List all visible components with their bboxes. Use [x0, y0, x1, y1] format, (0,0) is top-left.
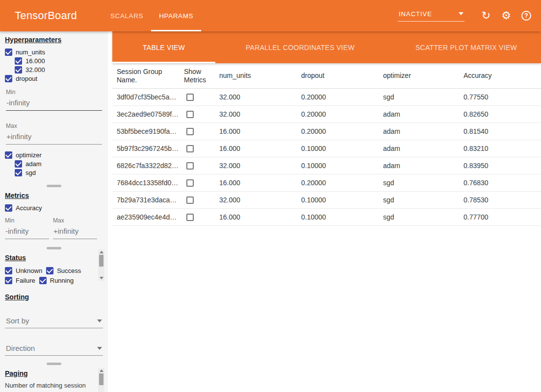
matching-groups-text: Number of matching session groups: 8: [5, 381, 96, 392]
top-toolbar: TensorBoard SCALARS HPARAMS INACTIVE ↻ ⚙…: [0, 0, 541, 31]
checkbox-icon: [5, 151, 12, 159]
paging-section: Paging Number of matching session groups…: [0, 365, 108, 392]
paging-scrollbar[interactable]: [98, 368, 104, 392]
app-title: TensorBoard: [15, 9, 77, 22]
filter-num-units[interactable]: num_units: [5, 48, 103, 56]
scrollbar-thumb[interactable]: [99, 255, 103, 267]
accuracy-value: 0.83950: [464, 162, 541, 170]
checkbox-icon: [15, 57, 22, 65]
hyperparameters-section: Hyperparameters num_units 16.000 32.000 …: [0, 31, 108, 187]
metrics-section: Metrics Accuracy Min Max: [0, 187, 108, 249]
accuracy-value: 0.77550: [464, 93, 541, 101]
show-metrics-checkbox[interactable]: [186, 128, 194, 135]
max-label: Max: [6, 122, 102, 129]
show-metrics-checkbox[interactable]: [186, 94, 194, 101]
checkbox-icon: [5, 204, 12, 212]
dropout-value: 0.20000: [301, 179, 383, 187]
status-scrollbar[interactable]: [98, 249, 104, 281]
metric-max-field: Max: [53, 217, 97, 239]
filter-num-units-32[interactable]: 32.000: [15, 65, 103, 74]
num-units-value: 32.000: [219, 196, 301, 204]
filter-status-unknown[interactable]: Unknown: [5, 266, 42, 275]
metric-min-input[interactable]: [5, 226, 49, 239]
table-row: ae235909ec4e4d… 16.000 0.10000 sgd 0.777…: [112, 209, 541, 226]
optimizer-value: adam: [383, 145, 464, 152]
hparams-main: TABLE VIEW PARALLEL COORDINATES VIEW SCA…: [112, 31, 541, 392]
status-filter-list: Unknown Success Failure Running: [5, 266, 93, 285]
sort-by-select[interactable]: Sort by: [5, 317, 103, 328]
min-label: Min: [5, 217, 49, 224]
dropout-value: 0.20000: [301, 110, 383, 118]
dropout-max-input[interactable]: [6, 132, 102, 145]
show-metrics-checkbox[interactable]: [186, 196, 194, 204]
view-tabs-bar: TABLE VIEW PARALLEL COORDINATES VIEW SCA…: [112, 31, 541, 63]
checkbox-icon: [5, 277, 12, 284]
table-row: 3df0d7cf35bec5a… 32.000 0.20000 sgd 0.77…: [112, 89, 541, 106]
toolbar-right-group: INACTIVE ↻ ⚙ ?: [398, 9, 541, 22]
scrollbar-thumb[interactable]: [99, 373, 103, 385]
tab-table-view[interactable]: TABLE VIEW: [112, 31, 215, 63]
dropout-min-input[interactable]: [6, 98, 102, 111]
optimizer-value: adam: [383, 127, 464, 135]
paging-heading: Paging: [5, 369, 103, 377]
accuracy-value: 0.82650: [464, 110, 541, 118]
optimizer-value: sgd: [383, 179, 464, 187]
filter-status-running[interactable]: Running: [39, 276, 74, 285]
scroll-up-icon[interactable]: [100, 369, 103, 372]
run-status-select[interactable]: INACTIVE: [398, 10, 464, 22]
num-units-value: 32.000: [219, 110, 301, 118]
filter-dropout[interactable]: dropout: [5, 74, 103, 83]
optimizer-value: sgd: [383, 196, 464, 204]
show-metrics-checkbox[interactable]: [186, 111, 194, 118]
tab-parallel-coordinates-view[interactable]: PARALLEL COORDINATES VIEW: [215, 31, 385, 63]
checkbox-icon: [15, 160, 22, 168]
checkbox-icon: [15, 66, 22, 74]
metric-max-input[interactable]: [53, 226, 97, 239]
filter-optimizer-sgd[interactable]: sgd: [15, 168, 103, 177]
num-units-value: 16.000: [219, 127, 301, 135]
dropout-value: 0.20000: [301, 127, 383, 135]
session-group-name: 7684dcc13358fd0…: [117, 179, 184, 187]
session-group-name: 3df0d7cf35bec5a…: [117, 93, 184, 101]
checkbox-label: sgd: [26, 169, 36, 176]
table-row: 5b97f3c2967245b… 16.000 0.10000 adam 0.8…: [112, 140, 541, 157]
show-metrics-checkbox[interactable]: [186, 179, 194, 187]
session-group-name: 3ec2aed9e07589f…: [117, 110, 184, 118]
direction-select[interactable]: Direction: [5, 344, 103, 356]
session-group-name: ae235909ec4e4d…: [117, 213, 184, 221]
direction-value: Direction: [6, 344, 35, 352]
settings-gear-icon[interactable]: ⚙: [500, 9, 513, 22]
show-metrics-checkbox[interactable]: [186, 145, 194, 152]
sorting-heading: Sorting: [5, 293, 103, 301]
help-icon[interactable]: ?: [521, 11, 531, 21]
nav-tab-hparams[interactable]: HPARAMS: [151, 0, 201, 31]
num-units-value: 32.000: [219, 93, 301, 101]
session-group-name: 53bf5bece9190fa…: [117, 127, 184, 135]
chevron-down-icon: [97, 319, 102, 322]
num-units-value: 16.000: [219, 179, 301, 187]
chevron-down-icon: [459, 12, 464, 15]
filter-status-failure[interactable]: Failure: [5, 276, 35, 285]
dropout-value: 0.10000: [301, 213, 383, 221]
scroll-down-icon[interactable]: [100, 277, 103, 279]
reload-icon[interactable]: ↻: [480, 9, 492, 22]
filter-optimizer-adam[interactable]: adam: [15, 159, 103, 168]
table-row: 6826c7fa3322d82… 32.000 0.10000 adam 0.8…: [112, 157, 541, 174]
filter-status-success[interactable]: Success: [46, 266, 81, 275]
show-metrics-checkbox[interactable]: [186, 162, 194, 170]
scroll-up-icon[interactable]: [100, 251, 103, 253]
show-metrics-checkbox[interactable]: [186, 214, 194, 221]
checkbox-label: Running: [50, 277, 74, 284]
tab-scatter-plot-matrix-view[interactable]: SCATTER PLOT MATRIX VIEW: [385, 31, 541, 63]
session-group-name: 7b29a731e3daca…: [117, 196, 184, 204]
filter-accuracy[interactable]: Accuracy: [5, 203, 103, 212]
filter-num-units-16[interactable]: 16.000: [15, 56, 103, 65]
filter-optimizer[interactable]: optimizer: [5, 150, 103, 159]
table-row: 7b29a731e3daca… 32.000 0.10000 sgd 0.785…: [112, 192, 541, 209]
sorting-section: Sorting Sort by Direction: [0, 285, 108, 365]
checkbox-label: 32.000: [26, 66, 45, 74]
main-nav: SCALARS HPARAMS: [103, 0, 201, 31]
chevron-down-icon: [97, 347, 102, 350]
nav-tab-scalars[interactable]: SCALARS: [103, 0, 151, 31]
accuracy-value: 0.78530: [464, 196, 541, 204]
